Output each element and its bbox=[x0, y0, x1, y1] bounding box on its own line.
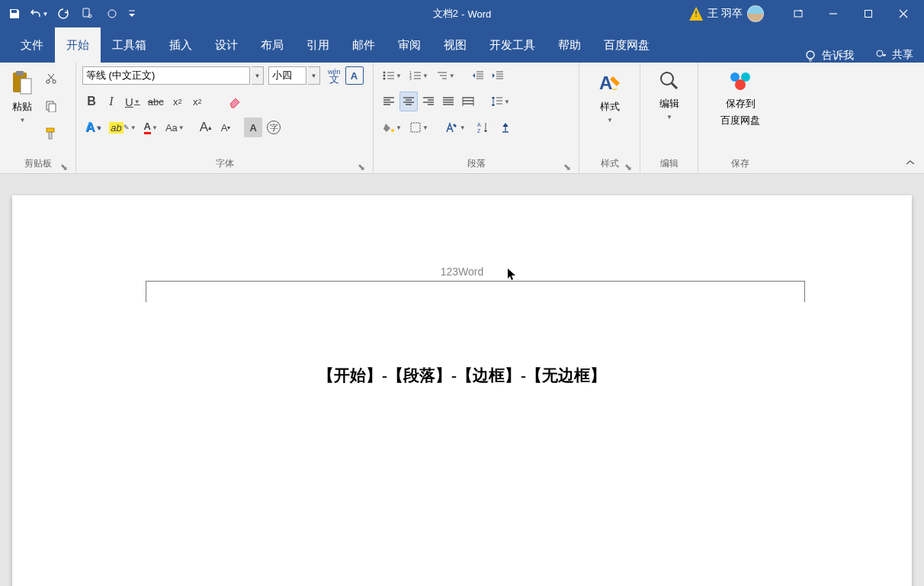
show-marks-button[interactable] bbox=[496, 118, 515, 137]
paragraph-dialog-launcher[interactable]: ⬊ bbox=[562, 162, 573, 172]
font-name-combo[interactable]: 等线 (中文正文) bbox=[82, 66, 250, 85]
qat-spare-button[interactable] bbox=[101, 2, 124, 25]
page-body-text[interactable]: 【开始】-【段落】-【边框】-【无边框】 bbox=[12, 365, 912, 386]
tab-mailings[interactable]: 邮件 bbox=[341, 27, 387, 63]
align-center-button[interactable] bbox=[399, 92, 418, 111]
highlight-button[interactable]: ab✎▼ bbox=[106, 118, 139, 137]
character-shading-button[interactable]: A bbox=[244, 118, 262, 137]
multilevel-list-button[interactable]: ▼ bbox=[433, 66, 458, 85]
justify-button[interactable] bbox=[439, 92, 457, 111]
circle-icon bbox=[107, 8, 117, 19]
font-name-dropdown[interactable]: ▼ bbox=[252, 66, 264, 85]
tab-home[interactable]: 开始 bbox=[55, 27, 101, 63]
align-right-button[interactable] bbox=[419, 92, 438, 111]
font-dialog-launcher[interactable]: ⬊ bbox=[356, 162, 367, 172]
tab-toolbox[interactable]: 工具箱 bbox=[101, 27, 158, 63]
ribbon-display-options[interactable] bbox=[781, 0, 816, 27]
collapse-ribbon-button[interactable] bbox=[901, 155, 919, 170]
distributed-icon bbox=[462, 96, 474, 107]
customize-qat-button[interactable] bbox=[125, 2, 139, 25]
touch-mode-button[interactable] bbox=[76, 2, 99, 25]
sort-button[interactable]: AZ bbox=[470, 118, 495, 137]
font-size-combo[interactable]: 小四 bbox=[268, 66, 306, 85]
share-button[interactable]: 共享 bbox=[863, 47, 924, 63]
line-spacing-button[interactable]: ▼ bbox=[488, 92, 513, 111]
grow-font-button[interactable]: A▴ bbox=[197, 118, 215, 137]
title-right: 王 羽卒 bbox=[689, 0, 921, 27]
redo-icon bbox=[57, 8, 69, 20]
align-left-button[interactable] bbox=[380, 92, 398, 111]
warning-icon[interactable] bbox=[689, 7, 703, 21]
chevron-down-icon: ▼ bbox=[43, 11, 49, 18]
minimize-button[interactable] bbox=[816, 0, 851, 27]
group-label-styles: 样式⬊ bbox=[584, 157, 635, 174]
decrease-indent-button[interactable] bbox=[469, 66, 487, 85]
svg-point-27 bbox=[661, 72, 673, 85]
copy-icon bbox=[45, 100, 57, 112]
shrink-font-button[interactable]: A▾ bbox=[217, 118, 235, 137]
tab-review[interactable]: 审阅 bbox=[387, 27, 432, 63]
svg-point-16 bbox=[383, 72, 386, 74]
justify-icon bbox=[442, 96, 454, 107]
shading-button[interactable]: ▼ bbox=[380, 118, 405, 137]
borders-button[interactable]: ▼ bbox=[406, 118, 432, 137]
superscript-button[interactable]: x2 bbox=[188, 92, 207, 111]
increase-indent-button[interactable] bbox=[489, 66, 507, 85]
character-border-button[interactable]: A bbox=[345, 66, 364, 85]
undo-button[interactable]: ▼ bbox=[27, 2, 50, 25]
text-effects-button[interactable]: A▼ bbox=[82, 118, 104, 137]
distributed-button[interactable] bbox=[459, 92, 477, 111]
numbering-button[interactable]: 123▼ bbox=[406, 66, 432, 85]
redo-button[interactable] bbox=[52, 2, 75, 25]
align-right-icon bbox=[422, 96, 435, 107]
underline-button[interactable]: U▼ bbox=[122, 92, 143, 111]
subscript-button[interactable]: x2 bbox=[168, 92, 187, 111]
svg-rect-9 bbox=[21, 79, 31, 94]
enclose-characters-button[interactable]: 字 bbox=[264, 118, 284, 137]
styles-label: 样式 bbox=[600, 100, 620, 114]
tab-view[interactable]: 视图 bbox=[432, 27, 478, 63]
save-button[interactable] bbox=[3, 2, 26, 25]
clear-formatting-button[interactable] bbox=[225, 92, 246, 111]
page-header-text[interactable]: 123Word bbox=[12, 266, 912, 278]
tab-help[interactable]: 帮助 bbox=[547, 27, 592, 63]
save-to-baidu-button[interactable]: 保存到 百度网盘 bbox=[715, 66, 765, 131]
format-painter-button[interactable] bbox=[41, 124, 61, 143]
tab-references[interactable]: 引用 bbox=[295, 27, 341, 63]
svg-point-17 bbox=[383, 75, 386, 77]
font-color-button[interactable]: A▼ bbox=[141, 118, 161, 137]
strikethrough-button[interactable]: abc bbox=[145, 92, 167, 111]
tab-developer[interactable]: 开发工具 bbox=[478, 27, 547, 63]
user-avatar[interactable] bbox=[747, 5, 764, 22]
paste-icon bbox=[10, 69, 34, 97]
asian-layout-button[interactable]: ▼ bbox=[442, 118, 469, 137]
editing-button[interactable]: 编辑 ▼ bbox=[653, 66, 686, 124]
tab-baidu[interactable]: 百度网盘 bbox=[592, 27, 661, 63]
tab-layout[interactable]: 布局 bbox=[249, 27, 295, 63]
svg-point-22 bbox=[391, 129, 394, 132]
font-size-dropdown[interactable]: ▼ bbox=[308, 66, 320, 85]
tell-me-search[interactable]: 告诉我 bbox=[794, 49, 863, 63]
clipboard-dialog-launcher[interactable]: ⬊ bbox=[59, 162, 69, 172]
cut-button[interactable] bbox=[41, 69, 61, 89]
copy-button[interactable] bbox=[41, 96, 61, 116]
bold-button[interactable]: B bbox=[82, 92, 101, 111]
styles-dialog-launcher[interactable]: ⬊ bbox=[623, 162, 634, 172]
svg-rect-15 bbox=[49, 132, 52, 139]
tab-file[interactable]: 文件 bbox=[9, 27, 55, 63]
restore-button[interactable] bbox=[851, 0, 886, 27]
italic-button[interactable]: I bbox=[102, 92, 120, 111]
close-button[interactable] bbox=[886, 0, 921, 27]
title-separator: - bbox=[461, 8, 464, 20]
phonetic-guide-button[interactable]: wén文 bbox=[325, 66, 344, 85]
page[interactable]: 123Word 【开始】-【段落】-【边框】-【无边框】 bbox=[12, 195, 912, 586]
styles-button[interactable]: A 样式 ▼ bbox=[591, 66, 629, 127]
tab-design[interactable]: 设计 bbox=[204, 27, 249, 63]
change-case-button[interactable]: Aa▼ bbox=[162, 118, 188, 137]
title-text: 文档2 - Word bbox=[433, 7, 491, 21]
user-name: 王 羽卒 bbox=[707, 7, 743, 21]
bullets-button[interactable]: ▼ bbox=[380, 66, 405, 85]
paste-button[interactable]: 粘贴 ▼ bbox=[5, 66, 40, 127]
document-scroll-area[interactable]: 123Word 【开始】-【段落】-【边框】-【无边框】 bbox=[0, 174, 924, 586]
tab-insert[interactable]: 插入 bbox=[158, 27, 204, 63]
